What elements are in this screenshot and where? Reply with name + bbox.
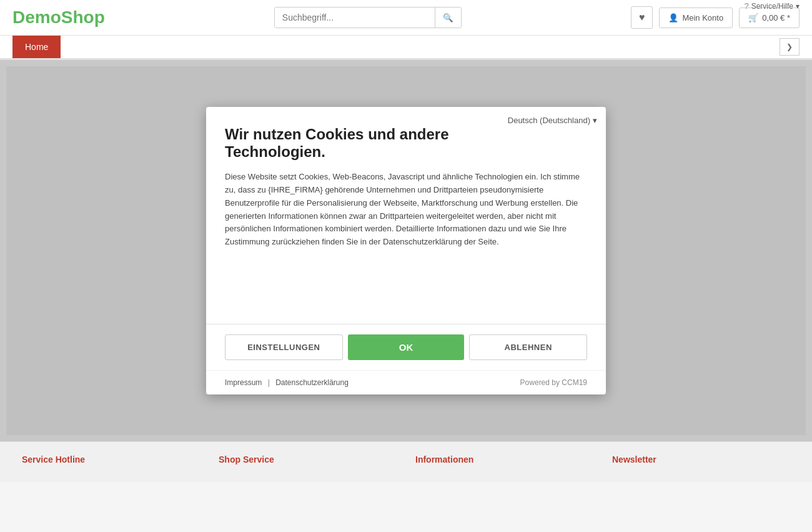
- service-hilfe-bar: ? Service/Hilfe ▾: [744, 0, 800, 11]
- chevron-down-icon: ▾: [796, 2, 800, 11]
- footer-service-hotline-title: Service Hotline: [22, 454, 200, 464]
- cookie-modal-inner: Deutsch (Deutschland) ▾ Wir nutzen Cooki…: [206, 107, 606, 324]
- datenschutz-link[interactable]: Datenschutzerklärung: [275, 378, 349, 387]
- nav-arrow-button[interactable]: ❯: [780, 38, 800, 56]
- cookie-title: Wir nutzen Cookies und andere Technologi…: [225, 126, 587, 161]
- cookie-buttons: EINSTELLUNGEN OK ABLEHNEN: [206, 324, 606, 370]
- user-icon: 👤: [668, 13, 678, 23]
- content-wrapper: Deutsch (Deutschland) ▾ Wir nutzen Cooki…: [6, 66, 806, 435]
- logo-demo: Demo: [12, 8, 61, 27]
- language-selector[interactable]: Deutsch (Deutschland) ▾: [508, 116, 597, 125]
- footer-col-newsletter: Newsletter: [603, 454, 800, 469]
- logo[interactable]: DemoShop: [12, 8, 105, 28]
- account-button[interactable]: 👤 Mein Konto: [659, 8, 733, 28]
- wishlist-button[interactable]: ♥: [631, 6, 653, 29]
- navigation: Home ❯: [0, 36, 812, 60]
- nav-arrow-icon: ❯: [786, 43, 793, 51]
- cookie-spacer: [225, 261, 587, 311]
- language-label: Deutsch (Deutschland): [508, 116, 590, 125]
- cookie-body: Diese Website setzt Cookies, Web-Beacons…: [225, 171, 587, 249]
- nav-home-label: Home: [25, 42, 48, 52]
- lang-chevron-icon: ▾: [593, 116, 597, 125]
- modal-overlay: Deutsch (Deutschland) ▾ Wir nutzen Cooki…: [6, 66, 806, 435]
- powered-by: Powered by CCM19: [520, 378, 587, 387]
- cookie-footer-links: Impressum | Datenschutzerklärung: [225, 378, 349, 387]
- cookie-footer: Impressum | Datenschutzerklärung Powered…: [206, 370, 606, 394]
- logo-shop: Shop: [61, 8, 105, 27]
- footer-informationen-title: Informationen: [415, 454, 593, 464]
- footer-col-shop-service: Shop Service: [209, 454, 406, 469]
- account-label: Mein Konto: [682, 13, 723, 23]
- search-bar: 🔍: [274, 7, 462, 28]
- footer-col-service-hotline: Service Hotline: [12, 454, 209, 469]
- search-input[interactable]: [275, 8, 435, 28]
- impressum-link[interactable]: Impressum: [225, 378, 262, 387]
- nav-home-button[interactable]: Home: [12, 36, 61, 58]
- heart-icon: ♥: [639, 12, 645, 23]
- service-hilfe-label[interactable]: Service/Hilfe: [751, 2, 793, 11]
- cart-icon: 🛒: [748, 13, 758, 23]
- footer: Service Hotline Shop Service Information…: [0, 441, 812, 482]
- ablehnen-button[interactable]: ABLEHNEN: [469, 334, 587, 360]
- search-button[interactable]: 🔍: [435, 8, 461, 28]
- cart-amount: 0,00 € *: [762, 13, 790, 23]
- cookie-modal: Deutsch (Deutschland) ▾ Wir nutzen Cooki…: [206, 107, 606, 394]
- settings-button[interactable]: EINSTELLUNGEN: [225, 334, 343, 360]
- footer-newsletter-title: Newsletter: [612, 454, 790, 464]
- ok-button[interactable]: OK: [348, 334, 465, 360]
- question-icon: ?: [744, 1, 748, 11]
- footer-col-informationen: Informationen: [406, 454, 603, 469]
- footer-separator: |: [268, 378, 270, 387]
- main-content: Deutsch (Deutschland) ▾ Wir nutzen Cooki…: [0, 60, 812, 441]
- search-icon: 🔍: [443, 13, 453, 23]
- footer-shop-service-title: Shop Service: [219, 454, 397, 464]
- header: ? Service/Hilfe ▾ DemoShop 🔍 ♥ 👤 Mein Ko…: [0, 0, 812, 36]
